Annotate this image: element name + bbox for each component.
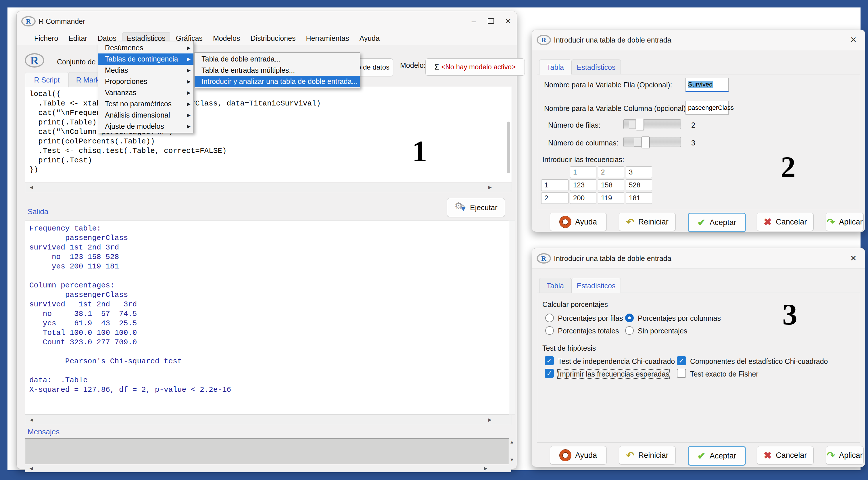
submenu-item-tabla-entradas-multiples[interactable]: Tabla de entradas múltiples... [194,65,360,76]
grid-cell[interactable]: 123 [570,179,596,191]
grid-cell[interactable]: 158 [598,179,624,191]
title-bar: R Introducir una tabla de doble entrada [532,248,865,269]
r-logo-icon: R [21,16,36,26]
maximize-button[interactable] [482,17,499,26]
row-variable-input[interactable]: Survived [685,78,728,92]
output-vscrollbar[interactable] [509,220,515,415]
menu-item-tablas-de-contingencia[interactable]: Tablas de contingencia▶ [98,54,193,65]
messages-area [25,438,509,464]
script-vscrollbar-thumb[interactable] [507,122,510,173]
messages-section-label: Mensajes [28,427,60,436]
messages-hscrollbar[interactable]: ◄ ► [25,465,511,472]
submenu-item-tabla-doble-entrada[interactable]: Tabla de doble entrada... [194,54,360,65]
cancel-button[interactable]: ✖ Cancelar [757,213,814,231]
life-ring-icon [560,450,571,461]
help-button[interactable]: Ayuda [550,213,607,231]
menu-modelos[interactable]: Modelos [209,32,245,44]
r-logo-icon: R [537,35,551,45]
radio-porcentajes-totales[interactable] [545,326,554,335]
grid-cell[interactable]: 200 [570,192,596,204]
grid-cell[interactable]: 528 [626,179,652,191]
tab-tabla[interactable]: Tabla [539,278,571,293]
life-ring-icon [560,216,571,228]
estadisticos-panel: Calcular porcentajes Porcentajes por fil… [537,293,860,443]
rows-slider[interactable] [623,119,681,129]
submenu-item-introducir-analizar[interactable]: Introducir y analizar una tabla de doble… [194,76,360,87]
menu-item-ajuste-de-modelos[interactable]: Ajuste de modelos▶ [98,121,193,132]
execute-button[interactable]: ⚙⚙▼ Ejecutar [447,198,505,217]
checkbox-test-fisher[interactable] [677,369,686,378]
script-hscrollbar[interactable]: ◄ ► [25,182,512,192]
menu-item-analisis-dimensional[interactable]: Análisis dimensional▶ [98,110,193,121]
close-button[interactable]: ✕ [850,35,857,44]
scroll-right-icon[interactable]: ► [487,417,493,423]
title-bar: R R Commander – ✕ [17,11,517,32]
tab-estadisticos[interactable]: Estadísticos [571,60,621,75]
menu-fichero[interactable]: Fichero [30,32,62,44]
menu-item-medias[interactable]: Medias▶ [98,65,193,76]
menu-item-proporciones[interactable]: Proporciones▶ [98,76,193,87]
menu-item-varianzas[interactable]: Varianzas▶ [98,87,193,98]
menu-herramientas[interactable]: Herramientas [302,32,353,44]
grid-cell[interactable]: 181 [626,192,652,204]
check-icon: ✔ [697,451,706,461]
reset-button[interactable]: ↶ Reiniciar [619,213,676,231]
slider-thumb[interactable] [642,137,650,148]
messages-vscrollbar[interactable]: ▲ ▼ [509,438,515,463]
scroll-left-icon[interactable]: ◄ [29,417,34,423]
cols-slider[interactable] [623,137,681,147]
tab-tabla[interactable]: Tabla [539,60,571,75]
screenshot-frame: R R Commander – ✕ Fichero Editar Datos E… [0,0,868,480]
tab-r-script[interactable]: R Script [25,72,69,87]
scroll-right-icon[interactable]: ► [483,466,488,472]
dialog-title: Introducir una tabla de doble entrada [554,36,672,44]
output-hscrollbar[interactable]: ◄ ► [25,415,512,425]
menu-item-test-no-parametricos[interactable]: Test no paramétricos▶ [98,98,193,110]
output-area: Frequency table: passengerClass survived… [25,220,509,415]
cols-count-value: 3 [691,139,695,147]
hypothesis-section-label: Test de hipótesis [542,344,596,352]
apply-button[interactable]: ↷ Aplicar [826,446,864,464]
checkbox-chi-cuadrado[interactable]: ✓ [545,356,554,365]
close-button[interactable]: ✕ [499,17,517,26]
grid-cell[interactable]: 119 [598,192,624,204]
scroll-right-icon[interactable]: ► [487,184,493,190]
grid-col-header: 2 [598,167,624,178]
radio-sin-porcentajes[interactable] [625,326,634,335]
r-logo-icon: R [537,253,551,264]
model-button[interactable]: Σ <No hay modelo activo> [425,58,525,76]
gears-icon: ⚙⚙▼ [455,202,468,214]
scroll-left-icon[interactable]: ◄ [29,184,34,190]
submenu-arrow-icon: ▶ [187,90,191,95]
percentages-section-label: Calcular porcentajes [542,300,608,309]
menu-item-resumenes[interactable]: Resúmenes▶ [98,42,193,54]
annotation-2: 2 [781,150,796,184]
submenu-arrow-icon: ▶ [187,56,191,62]
column-variable-label: Nombre para la Variable Columna (opciona… [544,104,688,113]
model-label: Modelo: [400,61,426,69]
tab-estadisticos[interactable]: Estadísticos [571,278,621,293]
ok-button[interactable]: ✔ Aceptar [688,213,746,232]
minimize-button[interactable]: – [465,17,482,26]
slider-thumb[interactable] [636,119,644,130]
ok-button[interactable]: ✔ Aceptar [688,446,746,466]
radio-porcentajes-columnas[interactable] [625,313,634,322]
output-text: Frequency table: passengerClass survived… [25,220,509,395]
reset-button[interactable]: ↶ Reiniciar [619,446,676,464]
submenu-arrow-icon: ▶ [187,112,191,118]
menu-editar[interactable]: Editar [64,32,91,44]
scroll-left-icon[interactable]: ◄ [28,466,34,472]
radio-porcentajes-filas[interactable] [545,313,554,322]
checkbox-componentes-chi[interactable]: ✓ [677,356,686,365]
menu-ayuda[interactable]: Ayuda [355,32,384,44]
close-button[interactable]: ✕ [850,253,857,263]
apply-button[interactable]: ↷ Aplicar [826,213,864,231]
cancel-button[interactable]: ✖ Cancelar [757,446,814,464]
column-variable-input[interactable]: paseengerClass [685,101,728,115]
checkbox-frecuencias-esperadas[interactable]: ✓ [545,369,554,378]
scroll-down-icon[interactable]: ▼ [509,457,514,462]
scroll-up-icon[interactable]: ▲ [509,440,514,445]
grid-row-header: 1 [541,179,568,191]
menu-distribuciones[interactable]: Distribuciones [246,32,300,44]
help-button[interactable]: Ayuda [550,446,607,464]
